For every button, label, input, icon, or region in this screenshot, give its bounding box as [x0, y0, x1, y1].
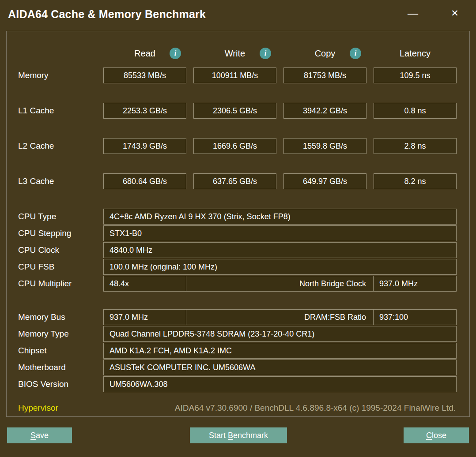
- dram-fsb-ratio-value-box: 937:100: [373, 309, 457, 325]
- version-text: AIDA64 v7.30.6900 / BenchDLL 4.6.896.8-x…: [175, 403, 456, 413]
- window-title: AIDA64 Cache & Memory Benchmark: [8, 8, 206, 21]
- column-header-label: Write: [225, 49, 245, 59]
- info-row-cpu-stepping: CPU Stepping STX1-B0: [7, 225, 469, 241]
- value-box: 8.2 ns: [374, 173, 457, 189]
- dram-fsb-ratio-label: DRAM:FSB Ratio: [186, 309, 374, 325]
- close-button[interactable]: Close: [404, 427, 469, 443]
- info-row-memory-bus: Memory Bus 937.0 MHz DRAM:FSB Ratio 937:…: [7, 309, 469, 325]
- benchmark-panel: Read i Write i Copy i Latency Memory 855…: [6, 31, 470, 417]
- value-box: 2306.5 GB/s: [193, 103, 276, 119]
- info-row-cpu-type: CPU Type 4C+8c AMD Ryzen AI 9 HX 370 (St…: [7, 209, 469, 225]
- info-label: CPU FSB: [18, 262, 54, 272]
- memory-bus-value-box: 937.0 MHz: [103, 309, 186, 325]
- info-label: Chipset: [18, 346, 46, 356]
- cpu-multiplier-value-box: 48.4x: [103, 276, 186, 292]
- button-label-part: lose: [432, 431, 446, 440]
- column-header-row: Read i Write i Copy i Latency: [103, 45, 457, 62]
- info-label: CPU Stepping: [18, 228, 71, 238]
- titlebar-close-button[interactable]: ✕: [445, 4, 465, 22]
- value-box: 649.97 GB/s: [283, 173, 366, 189]
- info-row-cpu-multiplier: CPU Multiplier 48.4x North Bridge Clock …: [7, 276, 469, 292]
- value-box: 81753 MB/s: [283, 67, 366, 83]
- value-box: 2.8 ns: [374, 138, 457, 154]
- info-icon[interactable]: i: [260, 48, 271, 59]
- button-access-key: B: [228, 431, 233, 440]
- button-label-part: ave: [36, 431, 49, 440]
- info-value-box: AMD K1A.2 FCH, AMD K1A.2 IMC: [103, 343, 457, 359]
- value-box: 680.64 GB/s: [103, 173, 186, 189]
- info-icon-glyph: i: [355, 49, 357, 58]
- info-row-memory-type: Memory Type Quad Channel LPDDR5-3748 SDR…: [7, 326, 469, 342]
- value-box: 3942.2 GB/s: [283, 103, 366, 119]
- info-row-chipset: Chipset AMD K1A.2 FCH, AMD K1A.2 IMC: [7, 343, 469, 359]
- info-value-box: UM5606WA.308: [103, 376, 457, 392]
- row-label: Memory: [18, 71, 49, 80]
- value-box: 100911 MB/s: [193, 67, 276, 83]
- info-value-box: 4840.0 MHz: [103, 242, 457, 258]
- save-button[interactable]: Save: [7, 427, 72, 443]
- minimize-icon: —: [408, 7, 418, 19]
- aida64-benchmark-window: { "window": { "title": "AIDA64 Cache & M…: [0, 0, 476, 457]
- row-label: L2 Cache: [18, 141, 54, 151]
- info-label: CPU Type: [18, 212, 56, 221]
- info-value-box: 4C+8c AMD Ryzen AI 9 HX 370 (Strix, Sock…: [103, 209, 457, 225]
- hypervisor-label: Hypervisor: [18, 403, 58, 413]
- column-header-read: Read i: [103, 45, 186, 62]
- row-label: L3 Cache: [18, 176, 54, 186]
- bench-row-l3-cache: L3 Cache 680.64 GB/s 637.65 GB/s 649.97 …: [7, 173, 469, 189]
- minimize-button[interactable]: —: [403, 4, 423, 22]
- titlebar[interactable]: AIDA64 Cache & Memory Benchmark — ✕: [0, 0, 476, 31]
- column-header-latency: Latency: [374, 45, 457, 62]
- value-box: 1559.8 GB/s: [283, 138, 366, 154]
- info-label: Motherboard: [18, 363, 66, 372]
- column-header-copy: Copy i: [283, 45, 366, 62]
- info-row-bios-version: BIOS Version UM5606WA.308: [7, 376, 469, 392]
- value-box: 85533 MB/s: [103, 67, 186, 83]
- info-label: CPU Multiplier: [18, 279, 72, 288]
- info-value-box: ASUSTeK COMPUTER INC. UM5606WA: [103, 360, 457, 375]
- value-box: 2253.3 GB/s: [103, 103, 186, 119]
- info-label: Memory Type: [18, 329, 69, 339]
- button-access-key: S: [30, 431, 36, 440]
- info-row-cpu-clock: CPU Clock 4840.0 MHz: [7, 242, 469, 258]
- info-row-cpu-fsb: CPU FSB 100.0 MHz (original: 100 MHz): [7, 259, 469, 275]
- info-label: BIOS Version: [18, 379, 68, 389]
- column-header-label: Read: [134, 49, 155, 59]
- column-header-write: Write i: [193, 45, 276, 62]
- info-label: Memory Bus: [18, 312, 65, 322]
- button-label-part: enchmark: [233, 431, 268, 440]
- value-box: 0.8 ns: [374, 103, 457, 119]
- info-label: CPU Clock: [18, 245, 59, 255]
- info-icon[interactable]: i: [350, 48, 361, 59]
- button-label-part: Start: [209, 431, 228, 440]
- column-header-label: Latency: [400, 49, 431, 59]
- info-icon-glyph: i: [174, 49, 177, 58]
- column-header-label: Copy: [315, 49, 336, 59]
- bench-row-l2-cache: L2 Cache 1743.9 GB/s 1669.6 GB/s 1559.8 …: [7, 138, 469, 154]
- north-bridge-clock-value-box: 937.0 MHz: [373, 276, 457, 292]
- bench-row-l1-cache: L1 Cache 2253.3 GB/s 2306.5 GB/s 3942.2 …: [7, 103, 469, 119]
- value-box: 1669.6 GB/s: [193, 138, 276, 154]
- close-icon: ✕: [451, 8, 459, 19]
- info-row-motherboard: Motherboard ASUSTeK COMPUTER INC. UM5606…: [7, 360, 469, 375]
- north-bridge-clock-label: North Bridge Clock: [186, 276, 374, 292]
- info-value-box: 100.0 MHz (original: 100 MHz): [103, 259, 457, 275]
- value-box: 1743.9 GB/s: [103, 138, 186, 154]
- info-icon-glyph: i: [264, 49, 267, 58]
- info-icon[interactable]: i: [170, 48, 181, 59]
- info-value-box: STX1-B0: [103, 225, 457, 241]
- row-label: L1 Cache: [18, 106, 54, 116]
- bench-row-memory: Memory 85533 MB/s 100911 MB/s 81753 MB/s…: [7, 67, 469, 83]
- value-box: 109.5 ns: [374, 67, 457, 83]
- info-value-box: Quad Channel LPDDR5-3748 SDRAM (23-17-20…: [103, 326, 457, 342]
- button-access-key: C: [426, 431, 432, 440]
- start-benchmark-button[interactable]: Start Benchmark: [190, 427, 287, 443]
- value-box: 637.65 GB/s: [193, 173, 276, 189]
